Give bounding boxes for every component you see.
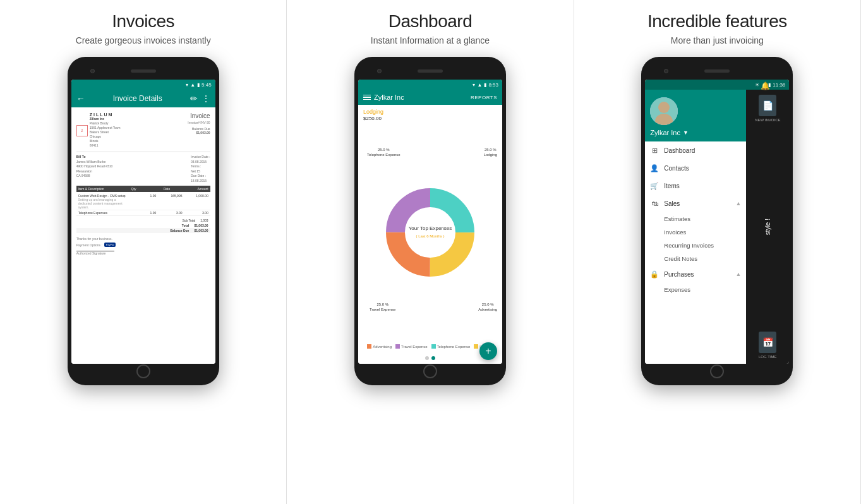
dot-1 <box>425 356 429 360</box>
dot-2-active <box>431 356 435 360</box>
invoice-title-right: Invoice Invoice# INV-30 Balance Due $1,0… <box>188 112 210 149</box>
invoice-divider-1 <box>76 152 210 152</box>
new-invoice-icon[interactable]: 📄 <box>759 95 776 116</box>
nav-item-items[interactable]: 🛒 Items <box>645 177 746 195</box>
nav-label-contacts: Contacts <box>664 165 741 172</box>
dropdown-arrow-icon[interactable]: ▼ <box>683 129 689 136</box>
legend-dot-travel <box>395 344 400 349</box>
section-invoices: Invoices Create gorgeous invoices instan… <box>0 0 287 504</box>
fab-button[interactable]: + <box>479 342 497 360</box>
phone-camera-2 <box>377 69 382 73</box>
tagline-text: style ! <box>764 219 771 235</box>
nav-drawer: Zylkar Inc ▼ ⊞ Dashboard 👤 Contacts <box>645 90 746 364</box>
signal-icon-1: ▲ <box>190 82 195 88</box>
section-title-dashboard: Dashboard <box>388 11 472 32</box>
signal-icon-2: ▲ <box>477 82 482 88</box>
item-amount-2: 3.00 <box>182 211 208 215</box>
new-invoice-label: NEW INVOICE <box>755 118 780 122</box>
balance-due-amount: $1,003.00 <box>188 131 210 135</box>
segment-label-travel: 25.0 % Travel Expense <box>370 303 395 313</box>
nav-sub-label-estimates: Estimates <box>664 215 690 222</box>
subtotal-label: Sub Total <box>182 219 195 222</box>
home-button-3[interactable] <box>710 364 724 378</box>
item-rate-1: 165,996 <box>156 194 182 209</box>
section-title-features: Incredible features <box>647 11 787 32</box>
home-button-2[interactable] <box>423 364 437 378</box>
phone-bottom-1 <box>71 364 215 379</box>
phone-screen-1: ▾ ▲ ▮ 5:45 ← Invoice Details ✏ ⋮ Z <box>71 80 215 364</box>
nav-sub-invoices[interactable]: Invoices <box>645 225 746 239</box>
nav-sub-credit-notes[interactable]: Credit Notes <box>645 252 746 265</box>
nav-sub-estimates[interactable]: Estimates <box>645 212 746 225</box>
due-date: 18.08.2015 <box>191 179 210 184</box>
nav-item-sales[interactable]: 🛍 Sales ▲ <box>645 195 746 212</box>
logo-letter: Z <box>81 129 83 133</box>
expense-category-label: Lodging <box>358 105 502 115</box>
reports-button[interactable]: REPORTS <box>471 95 497 100</box>
hamburger-menu-icon[interactable] <box>363 95 371 100</box>
item-sub-1: Setting up and managing a dedicated cont… <box>78 198 130 209</box>
edit-icon[interactable]: ✏ <box>190 93 198 104</box>
table-row-1: Custom Web Design - CMS setup Setting up… <box>76 193 210 210</box>
balance-row: Balance Due $1,003.00 <box>76 228 210 233</box>
phone-features: ☀ ▲ ▮ 11:36 <box>641 57 793 385</box>
legend-dot-telephone <box>431 344 436 349</box>
nav-item-purchases[interactable]: 🔒 Purchases ▲ <box>645 265 746 283</box>
phone-camera-3 <box>664 69 668 73</box>
dashboard-icon: ⊞ <box>650 146 659 155</box>
svg-point-12 <box>658 102 670 113</box>
bill-to-label: Bill To <box>76 155 113 160</box>
phone-speaker-2 <box>418 69 443 73</box>
company-details: Zillum Inc Patrick Brody 1561 Applecrest… <box>90 117 121 148</box>
item-amount-1: 1,000.00 <box>182 194 208 209</box>
sales-expand-arrow-icon: ▲ <box>735 200 741 207</box>
legend-label-travel: Travel Expense <box>401 345 427 349</box>
address1: 1561 Applecrest Town <box>90 126 121 130</box>
home-button-1[interactable] <box>136 364 150 378</box>
subtotal-row: Sub Total 1,003 <box>76 218 210 223</box>
nav-item-contacts[interactable]: 👤 Contacts <box>645 159 746 177</box>
company-name-row: Zylkar Inc ▼ <box>650 129 689 136</box>
bell-icon[interactable]: 🔔 <box>761 81 770 90</box>
company-logo: Z ZILLUM Zillum Inc Patrick Brody 1561 A… <box>76 112 121 149</box>
nav-label-sales: Sales <box>664 200 730 207</box>
legend-label-telephone: Telephone Expense <box>437 345 471 349</box>
section-features: Incredible features More than just invoi… <box>574 0 861 504</box>
zip: 60411 <box>90 143 121 148</box>
phone-screen-3: ☀ ▲ ▮ 11:36 <box>645 80 789 364</box>
logo-text: ZILLUM <box>90 112 121 117</box>
nav-sub-recurring[interactable]: Recurring Invoices <box>645 239 746 252</box>
nav-label-dashboard: Dashboard <box>664 147 741 154</box>
invoice-footer: Thanks for your business. Payment Option… <box>76 237 210 255</box>
log-time-icon[interactable]: 📅 <box>759 332 776 353</box>
new-invoice-panel: 📄 NEW INVOICE <box>755 95 780 122</box>
nav-sub-label-credit-notes: Credit Notes <box>664 255 697 262</box>
total-row: Total $1,003.00 <box>76 223 210 228</box>
payment-options-label: Payment Options : <box>76 243 102 247</box>
avatar-svg <box>650 97 678 125</box>
phone-camera-1 <box>90 69 95 73</box>
nav-item-dashboard[interactable]: ⊞ Dashboard <box>645 141 746 159</box>
sales-icon: 🛍 <box>650 199 659 208</box>
segment-label-telephone: 25.0 % Telephone Expense <box>367 148 400 158</box>
status-bar-1: ▾ ▲ ▮ 5:45 <box>71 80 215 90</box>
dates-col: Invoice Date : 03.08.2015 Terms : Net 15… <box>191 155 210 183</box>
expense-amount: $250.00 <box>358 115 502 124</box>
company-name: Zillum Inc <box>90 117 121 121</box>
legend-travel: Travel Expense <box>395 344 427 349</box>
contacts-icon: 👤 <box>650 164 659 172</box>
back-arrow-icon[interactable]: ← <box>76 93 85 104</box>
svg-rect-10 <box>474 344 478 349</box>
bill-to-name: James William Burke <box>76 160 113 165</box>
invoice-table-header: Item & Description Qty Rate Amount <box>76 186 210 192</box>
item-desc-2: Telephone Expenses <box>78 211 130 215</box>
dashboard-body: Lodging $250.00 <box>358 105 502 364</box>
col-rate: Rate <box>164 187 171 191</box>
dashboard-app-name: Zylkar Inc <box>374 93 404 101</box>
nav-sub-expenses[interactable]: Expenses <box>645 283 746 296</box>
log-time-label: LOG TIME <box>759 355 777 359</box>
balance-due: Balance Due $1,003.00 <box>188 127 210 135</box>
more-icon[interactable]: ⋮ <box>202 93 210 104</box>
battery-icon-1: ▮ <box>197 82 200 88</box>
status-bar-2: ▾ ▲ ▮ 8:53 <box>358 80 502 90</box>
